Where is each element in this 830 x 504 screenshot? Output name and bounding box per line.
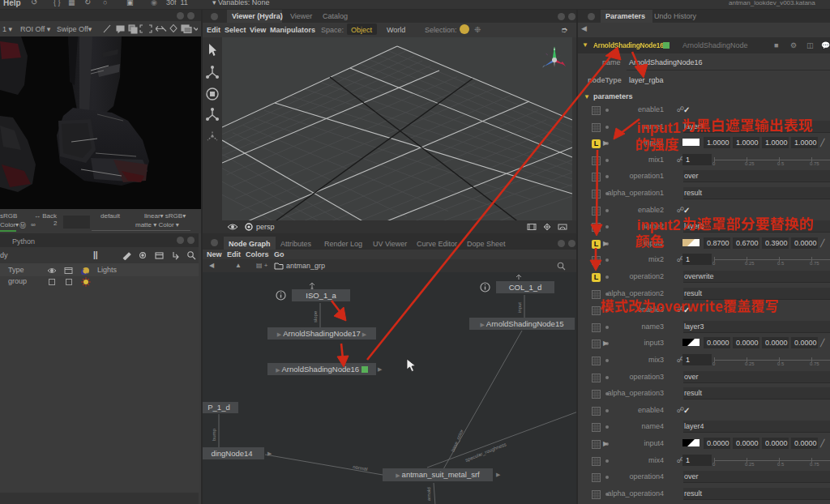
svg-text:base_color: base_color [450,429,464,452]
svg-text:arnold: arnold [426,487,431,501]
svg-text:input: input [517,302,522,313]
svg-text:specular_roughness: specular_roughness [464,442,507,463]
svg-text:slope: slope [313,310,318,322]
svg-text:bump: bump [212,428,216,441]
